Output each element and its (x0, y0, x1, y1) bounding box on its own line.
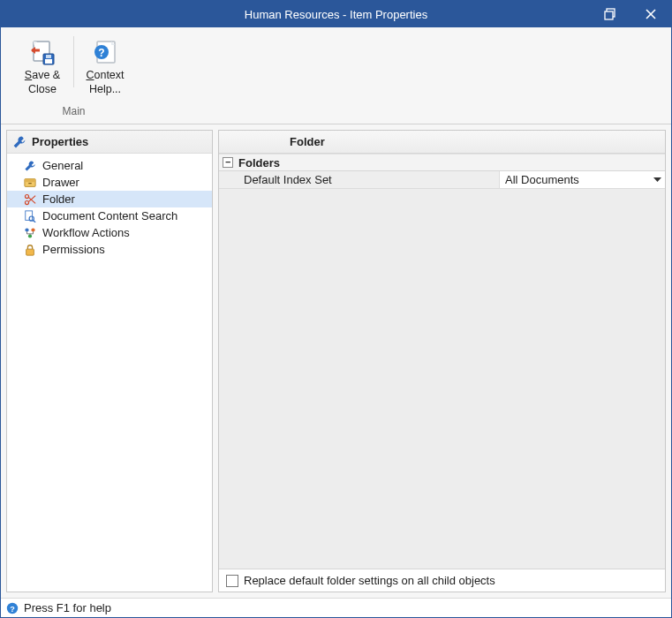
ribbon-group-label: Main (62, 105, 85, 117)
window-title: Human Resources - Item Properties (1, 8, 671, 21)
pane-spacer (219, 189, 665, 569)
wrench-icon (23, 159, 37, 173)
save-close-button[interactable]: Save & Close (17, 33, 68, 103)
nav-label: Workflow Actions (42, 226, 130, 239)
lock-icon (23, 243, 37, 257)
nav-label: Folder (42, 192, 75, 206)
nav-label: Permissions (42, 243, 105, 256)
svg-point-14 (25, 194, 28, 198)
svg-text:?: ? (10, 604, 15, 613)
svg-point-21 (25, 228, 28, 231)
search-doc-icon (23, 209, 37, 223)
property-grid: − Folders Default Index Set All Document… (219, 154, 665, 189)
wrench-icon (12, 135, 26, 149)
properties-pane: Folder − Folders Default Index Set All D… (218, 130, 666, 592)
svg-point-15 (25, 200, 28, 204)
svg-rect-6 (45, 59, 52, 64)
nav-label: Document Content Search (42, 209, 177, 222)
replace-defaults-checkbox[interactable] (226, 575, 238, 587)
svg-rect-1 (605, 11, 613, 19)
ribbon-buttons: Save & Close ? Context Help... (17, 33, 131, 103)
context-help-icon: ? (90, 37, 120, 67)
nav-list: General Drawer Folder (7, 154, 212, 261)
category-label: Folders (238, 156, 280, 170)
help-icon: ? (6, 602, 19, 614)
pane-footer: Replace default folder settings on all c… (219, 569, 665, 592)
sidebar: Properties General Drawer (6, 130, 213, 592)
context-help-l1: Context (86, 69, 124, 83)
ribbon-separator (73, 36, 74, 87)
restore-button[interactable] (590, 1, 630, 27)
ribbon: Save & Close ? Context Help... (1, 27, 671, 124)
close-button[interactable] (630, 1, 671, 27)
default-index-set-dropdown[interactable]: All Documents (500, 171, 665, 188)
svg-text:?: ? (98, 47, 104, 59)
nav-label: Drawer (42, 176, 79, 189)
property-row-default-index-set: Default Index Set All Documents (219, 171, 665, 189)
save-close-l1: Save & (25, 69, 60, 83)
nav-item-workflow-actions[interactable]: Workflow Actions (7, 224, 212, 241)
dropdown-value: All Documents (505, 173, 579, 186)
chevron-down-icon (653, 177, 661, 183)
svg-point-23 (28, 234, 32, 237)
workflow-icon (23, 226, 37, 240)
pane-title: Folder (290, 135, 325, 148)
ribbon-group-main: Save & Close ? Context Help... (10, 33, 138, 117)
save-close-l2: Close (28, 83, 57, 97)
context-help-button[interactable]: ? Context Help... (79, 33, 131, 103)
nav-label: General (42, 159, 83, 172)
drawer-icon (23, 176, 37, 190)
property-label: Default Index Set (219, 171, 500, 188)
svg-rect-12 (25, 178, 35, 182)
nav-item-drawer[interactable]: Drawer (7, 174, 212, 191)
sidebar-header: Properties (7, 131, 212, 154)
pane-header: Folder (219, 131, 665, 154)
content: Properties General Drawer (1, 124, 671, 598)
property-value-cell: All Documents (500, 171, 665, 188)
svg-point-22 (31, 228, 34, 231)
statusbar-text: Press F1 for help (24, 601, 111, 614)
window-controls (590, 1, 671, 27)
restore-icon (604, 8, 616, 20)
svg-line-20 (34, 220, 36, 222)
nav-item-doc-content-search[interactable]: Document Content Search (7, 207, 212, 224)
svg-rect-7 (46, 55, 51, 58)
nav-item-folder[interactable]: Folder (7, 191, 212, 207)
window: Human Resources - Item Properties (0, 0, 672, 618)
category-row-folders[interactable]: − Folders (219, 154, 665, 171)
svg-rect-24 (26, 249, 34, 255)
collapse-icon[interactable]: − (223, 157, 233, 168)
nav-item-general[interactable]: General (7, 157, 212, 174)
context-help-l2: Help... (89, 83, 121, 97)
titlebar: Human Resources - Item Properties (1, 1, 671, 27)
svg-rect-13 (28, 183, 32, 184)
sidebar-title: Properties (32, 135, 88, 148)
save-close-icon (27, 37, 57, 67)
replace-defaults-label: Replace default folder settings on all c… (244, 574, 495, 587)
nav-item-permissions[interactable]: Permissions (7, 241, 212, 258)
close-icon (646, 9, 656, 19)
scissors-icon (23, 192, 37, 207)
statusbar: ? Press F1 for help (1, 598, 671, 617)
